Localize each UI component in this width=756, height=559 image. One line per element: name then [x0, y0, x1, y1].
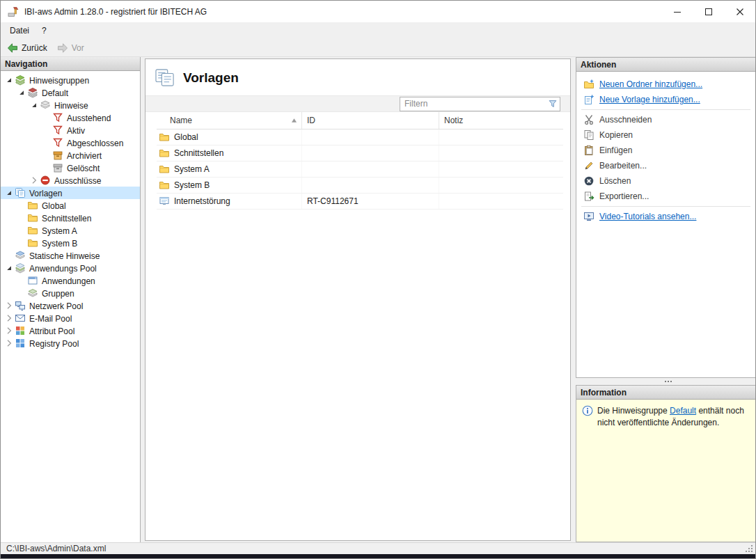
- tree-item-label: Statische Hinweise: [29, 251, 100, 261]
- tree-item-schnittstellen[interactable]: Schnittstellen: [1, 212, 140, 224]
- tree-item-system-b[interactable]: System B: [1, 237, 140, 249]
- chevron-collapsed-icon[interactable]: [3, 313, 15, 324]
- tree-item-vorlagen[interactable]: Vorlagen: [1, 187, 140, 199]
- new-template-icon: [583, 94, 594, 105]
- window-body: Navigation HinweisgruppenDefaultHinweise…: [1, 57, 755, 542]
- expander-spacer: [41, 162, 52, 173]
- menu-help[interactable]: ?: [36, 23, 53, 38]
- tree-item-netzwerk-pool[interactable]: Netzwerk Pool: [1, 299, 140, 312]
- tree-item-gruppen[interactable]: Gruppen: [1, 287, 140, 299]
- action-bearbeiten[interactable]: Bearbeiten...: [576, 158, 755, 173]
- action-neue-vorlage-hinzuf-gen[interactable]: Neue Vorlage hinzufügen...: [576, 92, 755, 107]
- folder-icon: [159, 132, 170, 143]
- tree-item-archiviert[interactable]: Archiviert: [1, 149, 140, 162]
- column-header-name[interactable]: Name: [157, 112, 302, 129]
- chevron-expanded-icon[interactable]: [16, 87, 27, 98]
- tree-item-aktiv[interactable]: Aktiv: [1, 124, 140, 136]
- resize-grip-icon[interactable]: [746, 545, 754, 553]
- column-header-id[interactable]: ID: [302, 112, 439, 129]
- action-ausschneiden[interactable]: Ausschneiden: [576, 112, 755, 127]
- tree-item-label: Schnittstellen: [42, 213, 91, 223]
- menu-datei[interactable]: Datei: [3, 23, 36, 38]
- tree-item-label: Vorlagen: [29, 188, 62, 198]
- hint-groups-icon: [15, 74, 26, 86]
- folder-icon: [27, 225, 38, 236]
- tree-item-registry-pool[interactable]: Registry Pool: [1, 337, 140, 349]
- exclusions-icon: [40, 175, 51, 186]
- table-row-internetst-rung[interactable]: InternetstörungRT-C9112671: [157, 194, 563, 210]
- folder-icon: [27, 237, 38, 249]
- deleted-icon: [52, 162, 63, 173]
- back-button[interactable]: Zurück: [3, 41, 54, 55]
- tree-item-ausschl-sse[interactable]: Ausschlüsse: [1, 174, 140, 187]
- tree-item-hinweisgruppen[interactable]: Hinweisgruppen: [1, 74, 140, 86]
- cell-id: [302, 178, 439, 193]
- window-title: IBI-aws Admin 1.28.0 - registriert für I…: [24, 7, 207, 17]
- expander-spacer: [3, 250, 15, 261]
- tree-item-hinweise[interactable]: Hinweise: [1, 99, 140, 111]
- chevron-collapsed-icon[interactable]: [3, 338, 15, 349]
- column-label: Name: [170, 116, 192, 125]
- chevron-collapsed-icon[interactable]: [29, 175, 40, 186]
- maximize-button[interactable]: [693, 1, 724, 22]
- new-folder-icon: [583, 79, 594, 90]
- expander-spacer: [16, 200, 27, 211]
- hints-icon: [40, 100, 51, 111]
- chevron-collapsed-icon[interactable]: [3, 300, 15, 311]
- sort-asc-icon: [291, 118, 297, 123]
- table-row-schnittstellen[interactable]: Schnittstellen: [157, 145, 563, 162]
- tree-item-label: E-Mail Pool: [29, 313, 72, 324]
- action-neuen-ordner-hinzuf-gen[interactable]: Neuen Ordner hinzufügen...: [576, 77, 755, 92]
- static-hints-icon: [15, 250, 26, 261]
- filter-funnel-icon[interactable]: [546, 98, 560, 109]
- tree-item-anwendungen[interactable]: Anwendungen: [1, 274, 140, 287]
- filter-input[interactable]: [400, 99, 546, 109]
- panel-splitter[interactable]: [576, 378, 755, 385]
- cell-notiz: [439, 129, 563, 145]
- folder-icon: [159, 148, 170, 159]
- action-label: Neuen Ordner hinzufügen...: [599, 79, 702, 89]
- folder-icon: [159, 180, 170, 191]
- cell-notiz: [439, 162, 563, 177]
- toolbar: Zurück Vor: [1, 39, 755, 57]
- tree-item-abgeschlossen[interactable]: Abgeschlossen: [1, 136, 140, 149]
- cell-name: Global: [157, 129, 302, 145]
- table-row-system-a[interactable]: System A: [157, 162, 563, 178]
- folder-icon: [159, 164, 170, 175]
- tree-item-attribut-pool[interactable]: Attribut Pool: [1, 324, 140, 337]
- tree-item-system-a[interactable]: System A: [1, 224, 140, 237]
- default-group-link[interactable]: Default: [670, 406, 696, 416]
- table-row-system-b[interactable]: System B: [157, 178, 563, 194]
- tree-item-default[interactable]: Default: [1, 86, 140, 99]
- action-label: Löschen: [599, 176, 631, 186]
- action-video-tutorials-ansehen[interactable]: Video-Tutorials ansehen...: [576, 209, 755, 224]
- minimize-icon: [674, 8, 681, 15]
- action-kopieren[interactable]: Kopieren: [576, 127, 755, 143]
- action-exportieren[interactable]: Exportieren...: [576, 189, 755, 204]
- tree-item-label: Anwendungen: [42, 276, 95, 286]
- cell-name: Internetstörung: [157, 194, 302, 209]
- tree-item-anwendungs-pool[interactable]: Anwendungs Pool: [1, 262, 140, 274]
- tree-item-gel-scht[interactable]: Gelöscht: [1, 162, 140, 174]
- forward-button[interactable]: Vor: [54, 41, 90, 55]
- action-label: Video-Tutorials ansehen...: [599, 212, 696, 221]
- chevron-expanded-icon[interactable]: [3, 74, 15, 86]
- column-header-notiz[interactable]: Notiz: [439, 112, 563, 129]
- tree-item-e-mail-pool[interactable]: E-Mail Pool: [1, 312, 140, 324]
- table-header: NameIDNotiz: [157, 112, 563, 129]
- app-pool-icon: [15, 262, 26, 274]
- close-button[interactable]: [724, 1, 755, 22]
- close-icon: [737, 8, 743, 15]
- chevron-expanded-icon[interactable]: [3, 187, 15, 198]
- chevron-expanded-icon[interactable]: [3, 262, 15, 274]
- action-einf-gen[interactable]: Einfügen: [576, 143, 755, 158]
- minimize-button[interactable]: [661, 1, 693, 22]
- chevron-collapsed-icon[interactable]: [3, 325, 15, 336]
- action-l-schen[interactable]: Löschen: [576, 173, 755, 189]
- table-row-global[interactable]: Global: [157, 129, 563, 145]
- tree-item-statische-hinweise[interactable]: Statische Hinweise: [1, 249, 140, 262]
- cell-id: [302, 162, 439, 177]
- chevron-expanded-icon[interactable]: [29, 100, 40, 111]
- tree-item-ausstehend[interactable]: Ausstehend: [1, 111, 140, 124]
- tree-item-global[interactable]: Global: [1, 199, 140, 212]
